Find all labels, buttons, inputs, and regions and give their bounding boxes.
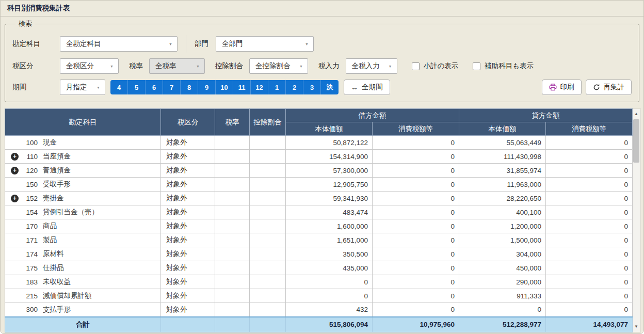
tax-input-select-value: 全税入力 <box>352 61 380 71</box>
recalculate-button[interactable]: 再集計 <box>586 79 632 95</box>
scrollbar-thumb[interactable] <box>633 119 639 163</box>
header-tax-rate: 税率 <box>215 109 250 136</box>
expand-plus-icon[interactable]: + <box>11 195 19 202</box>
account-cell: + 152 売掛金 <box>5 192 161 205</box>
account-cell: + 150 受取手形 <box>5 178 161 192</box>
credit-tax-cell: 0 <box>546 303 633 317</box>
tax-input-select[interactable]: 全税入力 ▼ <box>346 58 397 74</box>
chevron-down-icon: ▼ <box>389 65 392 68</box>
department-select[interactable]: 全部門 ▼ <box>216 36 314 52</box>
table-row: + 215 減価償却累計額 対象外 0 0 911,333 0 <box>5 289 633 303</box>
credit-base-cell: 1,200,000 <box>459 219 546 233</box>
month-button-9[interactable]: 9 <box>198 80 216 94</box>
sub-account-checkbox[interactable]: 補助科目も表示 <box>473 61 534 71</box>
print-button-label: 印刷 <box>560 83 574 92</box>
tax-rate-cell <box>215 150 250 164</box>
account-code: 170 <box>23 222 38 230</box>
tax-rate-cell <box>215 205 250 219</box>
tax-class-select[interactable]: 全税区分 ▼ <box>60 58 119 74</box>
account-name: 減価償却累計額 <box>43 291 92 300</box>
month-button-4[interactable]: 4 <box>110 80 128 94</box>
month-button-11[interactable]: 11 <box>233 80 251 94</box>
deduction-cell <box>250 303 286 317</box>
month-button-2[interactable]: 2 <box>286 80 303 94</box>
chevron-down-icon: ▼ <box>169 42 172 46</box>
expand-plus-icon[interactable]: + <box>11 153 19 161</box>
month-button-6[interactable]: 6 <box>146 80 163 94</box>
month-button-7[interactable]: 7 <box>163 80 181 94</box>
account-code: 300 <box>23 306 38 313</box>
tax-input-label: 税入力 <box>318 61 340 71</box>
page-title: 科目別消費税集計表 <box>7 4 70 13</box>
search-panel: 検索 勘定科目 全勘定科目 ▼ 部門 全部門 ▼ 税区分 全税区分 ▼ 税率 <box>5 19 639 102</box>
account-cell: + 175 仕掛品 <box>5 261 161 275</box>
subtotal-checkbox[interactable]: 小計の表示 <box>412 61 459 71</box>
checkbox-box-icon <box>473 62 480 70</box>
full-period-button[interactable]: ↔ 全期間 <box>344 79 390 95</box>
debit-tax-cell: 0 <box>373 233 459 247</box>
month-button-12[interactable]: 12 <box>251 80 268 94</box>
scroll-down-arrow-icon[interactable]: ▼ <box>633 323 640 331</box>
table-row: + 120 普通預金 対象外 57,300,000 0 31,855,974 0 <box>5 164 633 178</box>
credit-tax-cell: 0 <box>546 275 633 289</box>
month-group: 456789101112123決 <box>110 80 339 94</box>
account-name: 未収収益 <box>43 277 71 287</box>
search-legend: 検索 <box>15 19 35 28</box>
period-mode-select[interactable]: 月指定 ▼ <box>60 79 105 95</box>
month-button-決[interactable]: 決 <box>321 80 339 94</box>
account-cell: + 174 原材料 <box>5 247 161 261</box>
deduction-cell <box>250 136 286 150</box>
deduction-cell <box>250 150 286 164</box>
month-button-1[interactable]: 1 <box>268 80 286 94</box>
credit-base-cell: 0 <box>459 303 546 317</box>
table-row: + 154 貸倒引当金（売） 対象外 483,474 0 400,100 0 <box>5 205 633 219</box>
credit-tax-cell: 0 <box>546 164 633 178</box>
month-button-10[interactable]: 10 <box>216 80 233 94</box>
table-row: + 171 製品 対象外 1,651,000 0 1,500,000 0 <box>5 233 633 247</box>
credit-base-cell: 911,333 <box>459 289 546 303</box>
department-label: 部門 <box>195 39 208 49</box>
deduction-select[interactable]: 全控除割合 ▼ <box>249 58 308 74</box>
account-name: 支払手形 <box>43 305 71 314</box>
vertical-scrollbar[interactable]: ▲ ▼ <box>633 108 641 332</box>
deduction-cell <box>250 233 286 247</box>
debit-base-cell: 0 <box>286 275 373 289</box>
month-button-5[interactable]: 5 <box>128 80 146 94</box>
credit-base-cell: 111,430,998 <box>459 150 546 164</box>
tax-rate-cell <box>215 178 250 192</box>
tax-rate-cell <box>215 275 250 289</box>
debit-tax-cell: 0 <box>373 261 459 275</box>
account-cell: + 120 普通預金 <box>5 164 161 178</box>
deduction-cell <box>250 247 286 261</box>
account-name: 受取手形 <box>43 180 71 189</box>
credit-tax-cell: 0 <box>546 219 633 233</box>
debit-tax-cell: 0 <box>373 150 459 164</box>
account-cell: + 300 支払手形 <box>5 303 161 317</box>
debit-base-cell: 57,300,000 <box>286 164 373 178</box>
month-button-3[interactable]: 3 <box>303 80 321 94</box>
account-code: 110 <box>23 153 38 161</box>
table-row: + 100 現金 対象外 50,872,122 0 55,063,449 0 <box>5 136 633 150</box>
expand-plus-icon[interactable]: + <box>11 167 19 174</box>
tax-class-cell: 対象外 <box>161 164 215 178</box>
app-window: 科目別消費税集計表 検索 勘定科目 全勘定科目 ▼ 部門 全部門 ▼ 税区分 全… <box>0 0 644 334</box>
divider <box>186 35 186 53</box>
chevron-down-icon: ▼ <box>96 86 100 89</box>
print-button[interactable]: 印刷 <box>542 79 582 95</box>
chevron-down-icon: ▼ <box>305 42 309 46</box>
account-cell: + 171 製品 <box>5 233 161 247</box>
account-select[interactable]: 全勘定科目 ▼ <box>60 36 178 52</box>
header-credit-group: 貸方金額 <box>459 109 633 122</box>
scroll-up-arrow-icon[interactable]: ▲ <box>633 110 640 118</box>
table-body: + 100 現金 対象外 50,872,122 0 55,063,449 0 +… <box>5 136 633 317</box>
credit-tax-cell: 0 <box>546 136 633 150</box>
table-row: + 170 商品 対象外 1,600,000 0 1,200,000 0 <box>5 219 633 233</box>
header-deduction: 控除割合 <box>250 109 286 136</box>
tax-class-cell: 対象外 <box>161 205 215 219</box>
tax-rate-label: 税率 <box>129 61 143 71</box>
account-select-value: 全勘定科目 <box>66 39 101 49</box>
credit-base-cell: 304,000 <box>459 247 546 261</box>
tax-class-cell: 対象外 <box>161 219 215 233</box>
tax-class-cell: 対象外 <box>161 275 215 289</box>
month-button-8[interactable]: 8 <box>181 80 198 94</box>
